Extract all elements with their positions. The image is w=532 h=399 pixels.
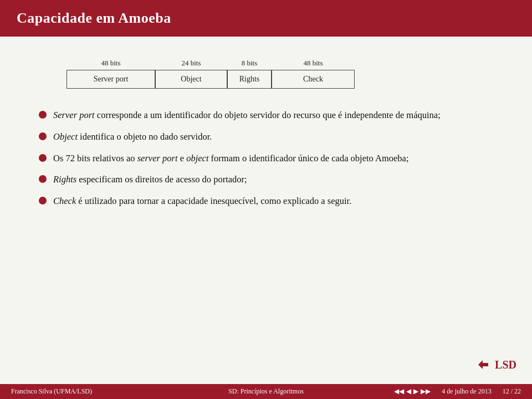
bit-label: 48 bits <box>101 59 120 68</box>
bullet-item: Check é utilizado para tornar a capacida… <box>39 195 499 208</box>
capacity-diagram: 48 bits Server port 24 bits Object 8 bit… <box>66 59 499 89</box>
bullet-dot <box>39 175 47 183</box>
bullet-list: Server port corresponde a um identificad… <box>39 109 499 208</box>
bullet-text: Check é utilizado para tornar a capacida… <box>53 195 499 208</box>
footer-right: ◀◀ ◀ ▶ ▶▶ 4 de julho de 2013 12 / 22 <box>351 387 521 396</box>
bullet-text: Rights especificam os direitos de acesso… <box>53 173 499 187</box>
bit-label: 24 bits <box>181 59 201 68</box>
diagram-cell-server-port: 48 bits Server port <box>66 59 155 89</box>
nav-last[interactable]: ▶▶ <box>421 387 431 396</box>
bullet-item: Object identifica o objeto no dado servi… <box>39 130 499 144</box>
bullet-item: Server port corresponde a um identificad… <box>39 109 499 122</box>
bit-label: 48 bits <box>303 59 323 68</box>
bullet-item: Rights especificam os direitos de acesso… <box>39 173 499 187</box>
bullet-text: Server port corresponde a um identificad… <box>53 109 499 122</box>
bullet-item: Os 72 bits relativos ao server port e ob… <box>39 152 499 166</box>
slide-footer: Francisco Silva (UFMA/LSD) SD: Princípio… <box>0 384 532 399</box>
slide-header: Capacidade em Amoeba <box>0 0 532 37</box>
bit-box: Rights <box>227 70 272 89</box>
bit-box: Object <box>155 70 227 89</box>
footer-author: Francisco Silva (UFMA/LSD) <box>11 387 181 396</box>
bullet-text: Object identifica o objeto no dado servi… <box>53 130 499 144</box>
diagram-cell-rights: 8 bits Rights <box>227 59 272 89</box>
lsd-arrow-icon <box>475 357 492 372</box>
lsd-label: LSD <box>495 359 516 371</box>
bullet-dot <box>39 197 47 204</box>
diagram-cell-check: 48 bits Check <box>272 59 355 89</box>
bit-label: 8 bits <box>242 59 258 68</box>
nav-prev[interactable]: ◀ <box>406 387 411 396</box>
nav-first[interactable]: ◀◀ <box>394 387 404 396</box>
nav-arrows[interactable]: ◀◀ ◀ ▶ ▶▶ <box>394 387 431 396</box>
lsd-logo: LSD <box>475 357 516 372</box>
footer-date: 4 de julho de 2013 <box>442 387 491 396</box>
bullet-dot <box>39 111 47 119</box>
bullet-dot <box>39 154 47 162</box>
bit-box: Server port <box>66 70 155 89</box>
header-title: Capacidade em Amoeba <box>17 10 171 26</box>
bullet-dot <box>39 132 47 140</box>
nav-next[interactable]: ▶ <box>413 387 418 396</box>
bits-row: 48 bits Server port 24 bits Object 8 bit… <box>66 59 355 89</box>
footer-page: 12 / 22 <box>503 387 521 396</box>
bullet-text: Os 72 bits relativos ao server port e ob… <box>53 152 499 166</box>
main-content: 48 bits Server port 24 bits Object 8 bit… <box>0 37 532 219</box>
footer-title: SD: Princípios e Algoritmos <box>181 387 351 396</box>
bit-box: Check <box>272 70 355 89</box>
diagram-cell-object: 24 bits Object <box>155 59 227 89</box>
